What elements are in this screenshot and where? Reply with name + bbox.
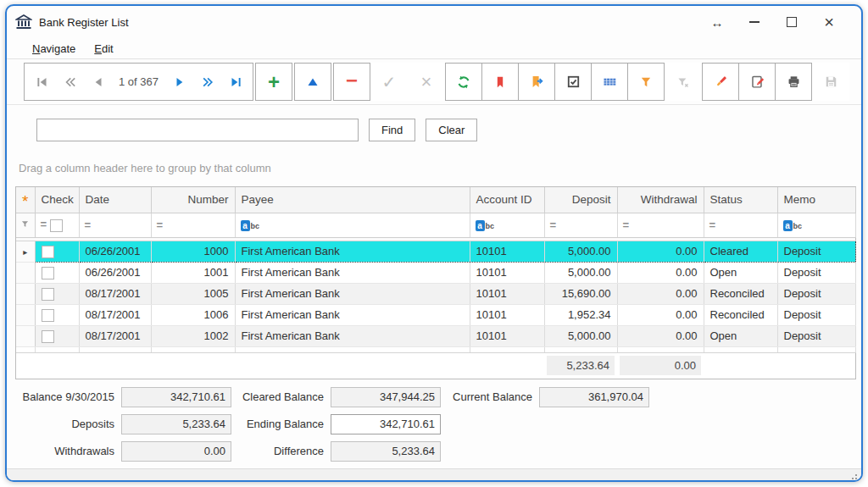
- row-checkbox[interactable]: [42, 246, 54, 258]
- withdrawal-cell[interactable]: 0.00: [617, 304, 704, 325]
- date-cell[interactable]: 08/17/2001: [79, 304, 151, 325]
- filter-date[interactable]: =: [79, 213, 151, 237]
- withdrawal-cell[interactable]: 0.00: [617, 283, 704, 304]
- nav-last-button[interactable]: [221, 65, 249, 99]
- date-cell[interactable]: 08/17/2001: [79, 283, 151, 304]
- filter-status[interactable]: =: [704, 213, 777, 237]
- ending-balance-field[interactable]: 342,710.61: [331, 414, 441, 434]
- nav-previous-button[interactable]: [84, 65, 112, 99]
- nav-rewind-button[interactable]: [56, 65, 84, 99]
- table-row[interactable]: 08/17/2001 1005 First American Bank 1010…: [16, 283, 855, 304]
- date-cell[interactable]: 06/26/2001: [79, 241, 151, 262]
- deposit-cell[interactable]: 5,000.00: [544, 241, 617, 262]
- edit-record-button[interactable]: [738, 63, 776, 101]
- column-header-withdrawal[interactable]: Withdrawal: [617, 187, 704, 213]
- account-cell[interactable]: 10101: [470, 283, 544, 304]
- number-cell[interactable]: 1005: [151, 283, 235, 304]
- filter-deposit[interactable]: =: [544, 213, 617, 237]
- refresh-button[interactable]: [445, 63, 482, 101]
- column-header-deposit[interactable]: Deposit: [544, 187, 617, 213]
- number-cell[interactable]: 1001: [151, 262, 235, 283]
- group-by-hint[interactable]: Drag a column header here to group by th…: [19, 162, 861, 174]
- withdrawal-cell[interactable]: 0.00: [617, 325, 704, 346]
- payee-cell[interactable]: First American Bank: [235, 283, 470, 304]
- check-cell[interactable]: [35, 241, 79, 262]
- print-button[interactable]: [775, 63, 812, 101]
- menu-navigate[interactable]: Navigate: [32, 42, 75, 55]
- withdrawal-cell[interactable]: 0.00: [617, 262, 704, 283]
- delete-record-button[interactable]: −: [333, 63, 370, 101]
- payee-cell[interactable]: First American Bank: [235, 325, 470, 346]
- deposit-cell[interactable]: 15,690.00: [544, 283, 617, 304]
- clear-button[interactable]: Clear: [426, 119, 477, 141]
- number-cell[interactable]: 1002: [151, 325, 235, 346]
- table-row[interactable]: 06/26/2001 1001 First American Bank 1010…: [16, 262, 855, 283]
- minimize-button[interactable]: [736, 9, 773, 35]
- memo-cell[interactable]: Deposit: [777, 304, 855, 325]
- check-cell[interactable]: [35, 325, 79, 346]
- status-cell[interactable]: Open: [704, 262, 777, 283]
- memo-cell[interactable]: Deposit: [777, 283, 855, 304]
- menu-edit[interactable]: Edit: [94, 42, 113, 55]
- account-cell[interactable]: 10101: [470, 325, 544, 346]
- nav-first-button[interactable]: [28, 65, 56, 99]
- row-checkbox[interactable]: [42, 330, 54, 343]
- column-header-number[interactable]: Number: [151, 187, 235, 213]
- filter-payee[interactable]: abc: [235, 213, 470, 237]
- deposit-cell[interactable]: 1,952.34: [544, 304, 617, 325]
- status-cell[interactable]: Cleared: [704, 241, 777, 262]
- table-row[interactable]: 08/17/2001 1006 First American Bank 1010…: [16, 304, 855, 325]
- memo-cell[interactable]: Deposit: [777, 241, 855, 262]
- column-header-status[interactable]: Status: [704, 187, 777, 213]
- withdrawal-cell[interactable]: 0.00: [617, 241, 704, 262]
- account-cell[interactable]: 10101: [470, 241, 544, 262]
- maximize-button[interactable]: [773, 9, 810, 35]
- search-input[interactable]: [36, 119, 359, 141]
- select-checkbox-button[interactable]: [554, 63, 592, 101]
- memo-cell[interactable]: Deposit: [777, 262, 855, 283]
- move-up-button[interactable]: [294, 63, 331, 101]
- number-cell[interactable]: 1000: [151, 241, 235, 262]
- table-row[interactable]: ▸ 06/26/2001 1000 First American Bank 10…: [16, 241, 855, 262]
- row-checkbox[interactable]: [42, 267, 54, 279]
- column-grid-button[interactable]: [591, 63, 628, 101]
- status-cell[interactable]: Reconciled: [704, 304, 777, 325]
- resize-icon[interactable]: ↔: [698, 9, 736, 35]
- account-cell[interactable]: 10101: [470, 304, 544, 325]
- table-row[interactable]: 08/17/2001 1002 First American Bank 1010…: [16, 325, 855, 346]
- date-cell[interactable]: 08/17/2001: [79, 325, 151, 346]
- status-cell[interactable]: Open: [704, 325, 777, 346]
- memo-cell[interactable]: Deposit: [777, 325, 855, 346]
- column-header-date[interactable]: Date: [79, 187, 151, 213]
- row-checkbox[interactable]: [42, 288, 54, 301]
- format-brush-button[interactable]: [702, 63, 739, 101]
- date-cell[interactable]: 06/26/2001: [79, 262, 151, 283]
- check-cell[interactable]: [35, 262, 79, 283]
- resize-grip-icon[interactable]: [848, 473, 858, 483]
- filter-number[interactable]: =: [151, 213, 235, 237]
- filter-check[interactable]: =: [35, 213, 79, 237]
- row-checkbox[interactable]: [42, 309, 54, 322]
- column-header-memo[interactable]: Memo: [777, 187, 855, 213]
- add-record-button[interactable]: +: [255, 63, 292, 101]
- payee-cell[interactable]: First American Bank: [235, 262, 470, 283]
- find-button[interactable]: Find: [369, 119, 415, 141]
- status-cell[interactable]: Reconciled: [704, 283, 777, 304]
- filter-account[interactable]: abc: [470, 213, 544, 237]
- column-header-payee[interactable]: Payee: [235, 187, 470, 213]
- payee-cell[interactable]: First American Bank: [235, 241, 470, 262]
- filter-withdrawal[interactable]: =: [617, 213, 704, 237]
- filter-checkbox[interactable]: [50, 219, 63, 232]
- filter-button[interactable]: [627, 63, 665, 101]
- nav-fast-forward-button[interactable]: [193, 65, 221, 99]
- filter-memo[interactable]: abc: [777, 213, 855, 237]
- goto-bookmark-button[interactable]: [518, 63, 555, 101]
- bookmark-button[interactable]: [481, 63, 519, 101]
- check-cell[interactable]: [35, 283, 79, 304]
- nav-next-button[interactable]: [165, 65, 193, 99]
- deposit-cell[interactable]: 5,000.00: [544, 325, 617, 346]
- payee-cell[interactable]: First American Bank: [235, 304, 470, 325]
- deposit-cell[interactable]: 5,000.00: [544, 262, 617, 283]
- column-header-account-id[interactable]: Account ID: [470, 187, 544, 213]
- account-cell[interactable]: 10101: [470, 262, 544, 283]
